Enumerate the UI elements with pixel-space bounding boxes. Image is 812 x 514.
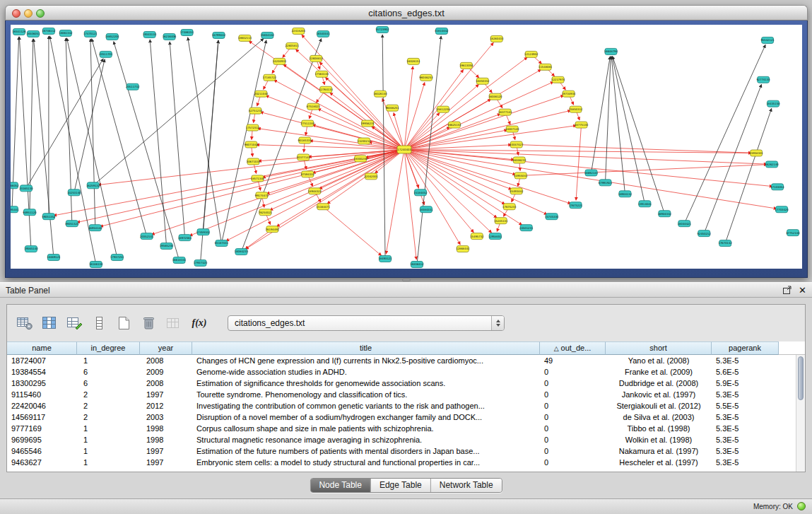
graph-node[interactable]: 97594332 (301, 171, 315, 177)
table-cell[interactable]: Jankovic et al. (1997) (606, 389, 712, 400)
graph-node[interactable]: 94951120 (23, 209, 37, 216)
graph-edge[interactable] (93, 39, 264, 186)
table-cell[interactable]: 2008 (140, 355, 192, 366)
graph-node[interactable]: 42751233 (249, 107, 263, 114)
graph-node[interactable]: 16648794 (604, 48, 618, 54)
graph-node[interactable]: 13914041 (638, 201, 652, 207)
table-cell[interactable]: 2 (77, 389, 140, 400)
graph-edge[interactable] (612, 57, 645, 204)
table-cell[interactable]: Corpus callosum shape and size in male p… (192, 423, 540, 434)
table-cell[interactable]: 1 (77, 457, 140, 468)
table-cell[interactable]: 0 (540, 445, 606, 457)
table-cell[interactable]: 0 (540, 400, 606, 411)
graph-edge[interactable] (34, 39, 54, 257)
table-row[interactable]: 977716911998Corpus callosum shape and si… (7, 423, 805, 434)
graph-node[interactable]: 18850332 (476, 78, 490, 84)
graph-node[interactable]: 22605811 (286, 42, 300, 49)
table-cell[interactable]: 5.5E-5 (712, 400, 779, 411)
graph-node[interactable]: 17670233 (502, 204, 517, 210)
table-cell[interactable]: Estimation of significance thresholds fo… (192, 378, 540, 389)
table-cell[interactable]: 2 (77, 400, 140, 411)
table-cell[interactable]: Structural magnetic resonance image aver… (192, 434, 540, 445)
graph-node[interactable]: 25166052 (11, 182, 19, 189)
table-cell[interactable]: 2 (77, 411, 140, 423)
graph-node[interactable]: 20211040 (254, 90, 269, 97)
graph-node[interactable]: 17673221 (569, 202, 583, 209)
table-cell[interactable]: 1 (77, 434, 140, 445)
zoom-window-button[interactable] (36, 9, 45, 18)
graph-edge[interactable] (276, 149, 404, 226)
table-cell[interactable]: Estimation of the future numbers of pati… (192, 445, 540, 457)
graph-node[interactable]: 15184452 (413, 189, 428, 196)
graph-node[interactable]: 16904332 (658, 211, 672, 217)
row-height-icon[interactable] (90, 315, 108, 332)
table-cell[interactable]: 2009 (140, 366, 192, 378)
table-cell[interactable]: 2012 (140, 400, 192, 411)
graph-edge[interactable] (150, 40, 166, 246)
edit-table-icon[interactable] (65, 315, 83, 332)
graph-node[interactable]: 17572312 (246, 124, 260, 131)
graph-edge[interactable] (49, 36, 95, 264)
table-cell[interactable]: Hescheler et al. (1997) (606, 457, 712, 468)
table-cell[interactable]: 49 (540, 355, 606, 366)
table-cell[interactable]: 0 (540, 434, 606, 445)
table-cell[interactable]: 1 (77, 423, 140, 434)
graph-node[interactable]: 19956231 (360, 120, 375, 127)
graph-node[interactable]: 17564140 (315, 71, 329, 77)
graph-node[interactable]: 17486151 (180, 29, 194, 35)
table-cell[interactable]: 2008 (140, 378, 192, 389)
minimize-window-button[interactable] (24, 9, 33, 18)
graph-node[interactable]: 17670142 (719, 240, 733, 247)
graph-edge[interactable] (19, 37, 31, 249)
table-cell[interactable]: 5.3E-5 (712, 434, 779, 445)
column-header-pagerank[interactable]: pagerank (712, 341, 779, 355)
graph-edge[interactable] (74, 59, 105, 193)
column-header-name[interactable]: name (7, 341, 77, 355)
table-cell[interactable]: 1998 (140, 423, 192, 434)
tab-network-table[interactable]: Network Table (431, 479, 502, 492)
graph-node[interactable]: 22042001 (364, 173, 378, 180)
graph-node[interactable]: 18260433 (490, 35, 504, 42)
table-cell[interactable]: 19384554 (7, 366, 77, 378)
close-window-button[interactable] (12, 9, 20, 18)
graph-node[interactable]: 55493442 (510, 188, 524, 194)
graph-node[interactable]: 18384331 (419, 206, 433, 213)
tab-edge-table[interactable]: Edge Table (371, 479, 431, 492)
graph-node[interactable]: 17185722 (263, 74, 277, 81)
table-scrollbar[interactable] (796, 355, 805, 472)
graph-edge[interactable] (605, 57, 611, 182)
table-cell[interactable]: Embryonic stem cells: a model to study s… (192, 457, 540, 468)
graph-node[interactable]: 55723902 (375, 26, 389, 33)
graph-edge[interactable] (404, 149, 772, 186)
graph-node[interactable]: 16954140 (88, 225, 102, 231)
table-cell[interactable]: Changes of HCN gene expression and I(f) … (192, 355, 540, 366)
table-cell[interactable]: 5.6E-5 (712, 366, 779, 378)
column-header-out-degree[interactable]: △out_de... (540, 341, 606, 355)
graph-node[interactable]: 81810442 (435, 28, 449, 34)
graph-edge[interactable] (114, 42, 180, 260)
graph-node[interactable]: 96046253 (419, 74, 433, 81)
graph-node[interactable]: 92774133 (756, 76, 770, 83)
graph-node[interactable]: 17470121 (83, 30, 98, 37)
graph-node[interactable]: 16046120 (488, 93, 502, 100)
graph-node[interactable]: 54955041 (514, 173, 528, 179)
graph-node[interactable]: 16541126 (12, 28, 26, 35)
table-cell[interactable]: 1997 (140, 457, 192, 468)
graph-node[interactable]: 18571340 (251, 175, 265, 182)
graph-edge[interactable] (404, 95, 564, 150)
table-row[interactable]: 969969511998Structural magnetic resonanc… (7, 434, 805, 445)
graph-node[interactable]: 19734934 (562, 90, 576, 97)
graph-node[interactable]: 95542121 (760, 37, 775, 43)
graph-node[interactable]: 76254021 (259, 209, 273, 216)
graph-node[interactable]: 18692141 (584, 170, 599, 176)
graph-node[interactable]: 19613050 (459, 62, 473, 69)
table-cell[interactable]: 9463627 (7, 457, 77, 468)
create-table-icon[interactable] (114, 315, 133, 332)
table-cell[interactable]: 0 (540, 378, 606, 389)
table-cell[interactable]: Investigating the contribution of common… (192, 400, 540, 411)
graph-edge[interactable] (404, 69, 541, 149)
graph-edge[interactable] (151, 149, 404, 234)
graph-node[interactable]: 20511732 (126, 83, 140, 90)
table-cell[interactable]: 6 (77, 366, 140, 378)
graph-node[interactable]: 18007120 (505, 126, 519, 132)
